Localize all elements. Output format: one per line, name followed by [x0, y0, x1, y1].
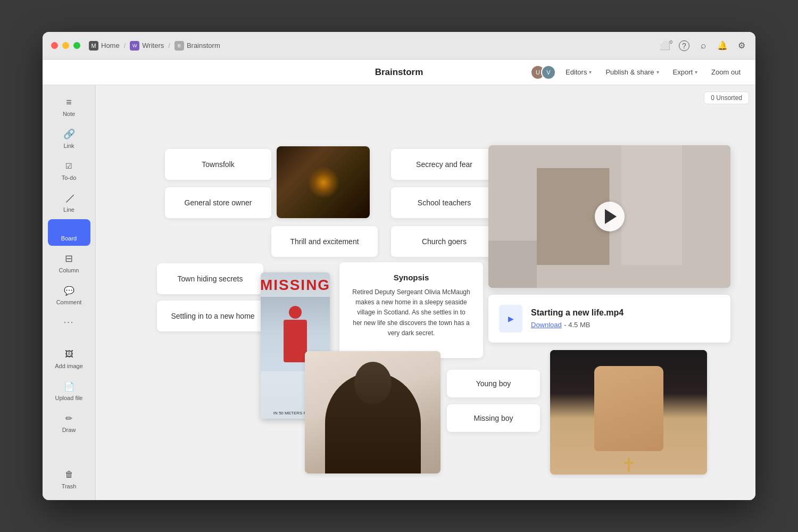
- writers-icon: W: [130, 41, 139, 51]
- woman-photo: [305, 351, 440, 473]
- line-icon: —: [60, 189, 78, 207]
- file-title: Starting a new life.mp4: [531, 308, 624, 318]
- maximize-button[interactable]: [73, 42, 80, 49]
- trash-icon: 🗑: [63, 468, 76, 481]
- appbar: Brainstorm U V Editors ▾ Publish & share…: [43, 60, 755, 85]
- titlebar-right: ⬜ 0 ? ⌕ 🔔 ⚙: [660, 40, 747, 51]
- publish-share-button[interactable]: Publish & share ▾: [601, 66, 663, 78]
- main-layout: ≡ Note 🔗 Link ☑ To-do — Line: [43, 85, 755, 500]
- woman-image[interactable]: [305, 351, 440, 473]
- canvas: 0 Unsorted Townsfolk General store owner…: [96, 85, 755, 500]
- appbar-right: U V Editors ▾ Publish & share ▾ Export ▾…: [530, 65, 745, 80]
- note-icon: ≡: [63, 96, 76, 109]
- card-school-teachers[interactable]: School teachers: [391, 187, 497, 218]
- sidebar-label-note: Note: [63, 111, 75, 117]
- tablet-icon[interactable]: ⬜ 0: [660, 40, 670, 51]
- search-icon[interactable]: ⌕: [698, 40, 709, 51]
- sidebar-item-link[interactable]: 🔗 Link: [48, 123, 90, 153]
- play-button[interactable]: [595, 202, 625, 231]
- file-info: Starting a new life.mp4 Download - 4.5 M…: [531, 308, 624, 329]
- breadcrumb-sep-2: /: [168, 41, 170, 49]
- titlebar: M Home / W Writers / B Brainstorm ⬜ 0 ?: [43, 32, 755, 60]
- breadcrumb: M Home / W Writers / B Brainstorm: [89, 41, 220, 51]
- card-missing-boy[interactable]: Missing boy: [447, 404, 540, 432]
- todo-icon: ☑: [63, 160, 76, 172]
- sidebar-item-draw[interactable]: ✏ Draw: [48, 408, 90, 437]
- file-download-row: Download - 4.5 MB: [531, 320, 624, 329]
- breadcrumb-home-label: Home: [101, 41, 120, 49]
- more-icon: ···: [63, 316, 76, 329]
- card-thrill[interactable]: Thrill and excitement: [271, 226, 378, 257]
- column-icon: ⊟: [63, 252, 76, 265]
- card-church-goers[interactable]: Church goers: [391, 226, 497, 257]
- sidebar-label-draw: Draw: [62, 427, 76, 433]
- breadcrumb-writers-label: Writers: [142, 41, 164, 49]
- card-town-hiding[interactable]: Town hiding secrets: [157, 263, 263, 294]
- download-link[interactable]: Download: [531, 321, 562, 329]
- bell-icon[interactable]: 🔔: [717, 40, 728, 51]
- sidebar-label-todo: To-do: [62, 174, 77, 181]
- comment-icon: 💬: [63, 284, 76, 297]
- sidebar-item-comment[interactable]: 💬 Comment: [48, 280, 90, 310]
- sidebar-item-trash[interactable]: 🗑 Trash: [48, 464, 90, 494]
- missing-text: MISSING: [261, 277, 330, 294]
- sidebar-item-add-image[interactable]: 🖼 Add image: [48, 344, 90, 373]
- unsorted-badge: 0 Unsorted: [704, 92, 749, 104]
- priest-image[interactable]: [550, 350, 707, 475]
- home-icon: M: [89, 41, 98, 51]
- sidebar-item-line[interactable]: — Line: [48, 187, 90, 217]
- sidebar-item-more[interactable]: ···: [48, 312, 90, 333]
- link-icon: 🔗: [63, 128, 76, 140]
- close-button[interactable]: [51, 42, 58, 49]
- editors-button[interactable]: Editors ▾: [561, 66, 596, 78]
- add-image-icon: 🖼: [63, 348, 76, 361]
- file-icon: [499, 305, 522, 332]
- minimize-button[interactable]: [62, 42, 69, 49]
- video-thumbnail: [488, 145, 730, 288]
- card-settling-in[interactable]: Settling in to a new home: [157, 301, 269, 331]
- board-icon: [64, 223, 74, 233]
- breadcrumb-writers[interactable]: W Writers: [130, 41, 164, 51]
- sidebar-label-board: Board: [61, 235, 77, 242]
- upload-icon: 📄: [63, 380, 76, 393]
- synopsis-title: Synopsis: [352, 273, 470, 282]
- tunnel-image[interactable]: [277, 146, 370, 218]
- chevron-down-icon: ▾: [656, 69, 659, 75]
- file-size: - 4.5 MB: [564, 321, 590, 329]
- breadcrumb-home[interactable]: M Home: [89, 41, 120, 51]
- card-young-boy[interactable]: Young boy: [447, 370, 540, 397]
- help-icon[interactable]: ?: [679, 40, 689, 51]
- card-secrecy-fear[interactable]: Secrecy and fear: [391, 149, 497, 180]
- synopsis-text: Retired Deputy Sergeant Olivia McMaugh m…: [352, 287, 470, 338]
- file-card[interactable]: Starting a new life.mp4 Download - 4.5 M…: [488, 295, 730, 343]
- sidebar-label-add-image: Add image: [55, 363, 83, 369]
- sidebar-item-note[interactable]: ≡ Note: [48, 92, 90, 121]
- sidebar-label-trash: Trash: [62, 483, 77, 489]
- draw-icon: ✏: [63, 412, 76, 425]
- sidebar-item-todo[interactable]: ☑ To-do: [48, 155, 90, 185]
- sidebar-item-upload[interactable]: 📄 Upload file: [48, 376, 90, 405]
- sidebar-label-upload: Upload file: [55, 395, 83, 401]
- sidebar: ≡ Note 🔗 Link ☑ To-do — Line: [43, 85, 96, 500]
- breadcrumb-brainstorm-label: Brainstorm: [187, 41, 220, 49]
- brainstorm-icon: B: [174, 41, 184, 51]
- sidebar-label-comment: Comment: [56, 299, 82, 305]
- chevron-down-icon: ▾: [695, 69, 697, 75]
- settings-icon[interactable]: ⚙: [736, 40, 747, 51]
- card-townsfolk[interactable]: Townsfolk: [165, 149, 271, 180]
- breadcrumb-sep-1: /: [124, 41, 126, 49]
- export-button[interactable]: Export ▾: [669, 66, 702, 78]
- zoom-out-button[interactable]: Zoom out: [707, 66, 745, 78]
- card-general-store[interactable]: General store owner: [165, 187, 271, 218]
- sidebar-item-board[interactable]: Board: [48, 219, 90, 246]
- app-window: M Home / W Writers / B Brainstorm ⬜ 0 ?: [43, 32, 755, 500]
- sidebar-label-column: Column: [59, 267, 79, 273]
- sidebar-item-column[interactable]: ⊟ Column: [48, 248, 90, 278]
- priest-photo: [550, 350, 707, 475]
- video-card[interactable]: [488, 145, 730, 288]
- sidebar-label-link: Link: [63, 143, 74, 149]
- avatars: U V: [530, 65, 556, 80]
- sidebar-label-line: Line: [63, 206, 74, 213]
- breadcrumb-brainstorm[interactable]: B Brainstorm: [174, 41, 220, 51]
- synopsis-card[interactable]: Synopsis Retired Deputy Sergeant Olivia …: [339, 262, 483, 358]
